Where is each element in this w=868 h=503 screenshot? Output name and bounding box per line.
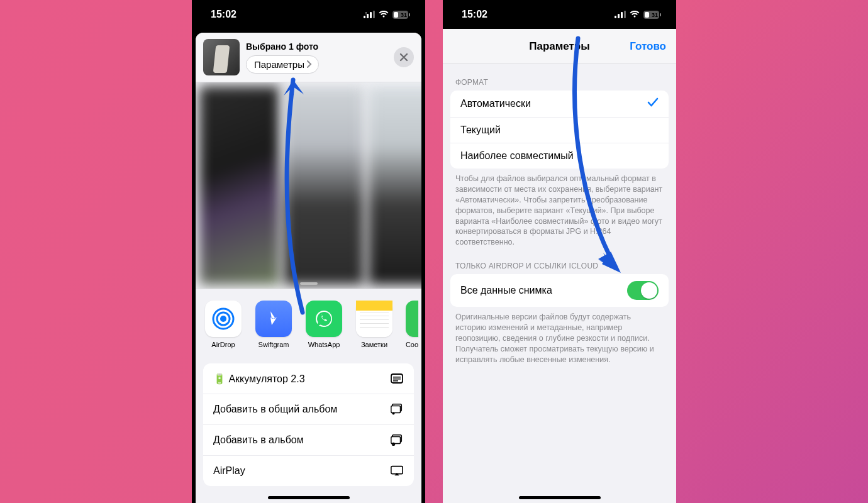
svg-rect-14 [356, 301, 392, 311]
cellular-icon: ! [364, 11, 375, 18]
svg-rect-17 [360, 319, 389, 320]
chevron-right-icon [307, 60, 312, 68]
svg-rect-6 [409, 13, 410, 16]
svg-rect-3 [373, 11, 375, 18]
format-option-current[interactable]: Текущий [450, 118, 669, 143]
selected-count-label: Выбрано 1 фото [246, 41, 387, 52]
svg-point-9 [220, 316, 226, 322]
carousel-photo[interactable] [368, 86, 421, 285]
airdrop-group: Все данные снимка [450, 274, 669, 307]
selected-photo-thumbnail[interactable] [203, 39, 240, 75]
photo-carousel[interactable] [196, 82, 421, 289]
share-app-label: WhatsApp [308, 341, 340, 348]
svg-text:31: 31 [652, 12, 658, 18]
share-sheet: Выбрано 1 фото Параметры [196, 33, 421, 503]
carousel-indicator [300, 282, 318, 285]
share-app-label: Swiftgram [259, 341, 289, 348]
share-actions-list: 🔋 Аккумулятор 2.3 Добавить в общий альбо… [203, 363, 414, 486]
airdrop-icon [205, 301, 242, 337]
svg-rect-18 [360, 323, 389, 324]
action-label: 🔋 Аккумулятор 2.3 [213, 373, 305, 385]
share-app-airdrop[interactable]: AirDrop [204, 301, 242, 348]
section-header-format: ФОРМАТ [443, 64, 676, 91]
share-app-label: Заметки [361, 341, 387, 348]
share-app-whatsapp[interactable]: WhatsApp [305, 301, 343, 348]
svg-rect-37 [645, 12, 649, 18]
svg-rect-15 [360, 312, 389, 312]
share-app-swiftgram[interactable]: Swiftgram [255, 301, 292, 348]
action-add-album[interactable]: Добавить в альбом [203, 425, 414, 456]
shortcut-icon [390, 372, 404, 385]
svg-rect-31 [615, 16, 616, 18]
format-group: Автоматически Текущий Наиболее совместим… [450, 91, 669, 169]
svg-rect-1 [367, 14, 369, 18]
section-footer-airdrop: Оригинальные версии файлов будут содержа… [443, 307, 676, 365]
svg-rect-32 [618, 14, 620, 18]
all-photo-data-label: Все данные снимка [460, 285, 552, 296]
svg-text:!: ! [365, 11, 367, 15]
status-time: 15:02 [462, 9, 487, 20]
phone-left-share-sheet: 15:02 ! 31 Выбрано 1 фото Параметры [192, 0, 425, 503]
toggle-knob [641, 282, 657, 299]
action-add-shared-album[interactable]: Добавить в общий альбом [203, 394, 414, 425]
svg-rect-36 [660, 13, 661, 16]
share-app-label: AirDrop [211, 341, 235, 348]
status-time: 15:02 [211, 9, 236, 20]
carousel-photo[interactable] [199, 86, 280, 285]
share-app-notes[interactable]: Заметки [355, 301, 393, 348]
share-apps-row[interactable]: AirDrop Swiftgram WhatsApp [196, 289, 421, 357]
status-bar: 15:02 ! 31 [192, 0, 425, 29]
section-header-airdrop: ТОЛЬКО AIRDROP И ССЫЛКИ ICLOUD [443, 248, 676, 274]
svg-rect-25 [391, 406, 401, 413]
format-option-auto[interactable]: Автоматически [450, 91, 669, 118]
status-bar: 15:02 31 [443, 0, 676, 29]
done-button[interactable]: Готово [630, 40, 666, 53]
share-header: Выбрано 1 фото Параметры [196, 33, 421, 82]
add-album-icon [390, 433, 404, 447]
action-label: AirPlay [213, 465, 245, 477]
action-label: Добавить в общий альбом [213, 404, 337, 415]
checkmark-icon [647, 97, 659, 110]
close-button[interactable] [394, 47, 414, 67]
all-photo-data-row[interactable]: Все данные снимка [450, 274, 669, 307]
close-icon [399, 53, 408, 62]
share-app-label: Соо [406, 341, 418, 348]
wifi-icon [630, 11, 640, 18]
format-option-label: Текущий [460, 124, 501, 136]
options-button-label: Параметры [254, 59, 304, 70]
battery-icon: 31 [392, 11, 410, 19]
carousel-photo[interactable] [284, 86, 364, 285]
format-option-label: Наиболее совместимый [460, 150, 574, 162]
svg-text:31: 31 [401, 12, 407, 18]
messages-icon [406, 301, 418, 337]
wifi-icon [379, 11, 389, 18]
svg-rect-34 [624, 11, 626, 18]
svg-rect-33 [621, 12, 623, 18]
nav-bar: Параметры Готово [443, 29, 676, 64]
action-label: Добавить в альбом [213, 434, 304, 446]
battery-icon: 31 [643, 11, 661, 19]
format-option-label: Автоматически [460, 98, 531, 109]
svg-rect-23 [393, 380, 398, 382]
share-app-more[interactable]: Соо [406, 301, 418, 348]
all-photo-data-toggle[interactable] [627, 281, 659, 300]
shared-album-icon [390, 402, 404, 416]
home-indicator [268, 496, 350, 499]
nav-title: Параметры [529, 40, 590, 53]
section-footer-format: Чтобы для файлов выбирался оптимальный ф… [443, 169, 676, 248]
whatsapp-icon [306, 301, 342, 337]
phone-right-parameters: 15:02 31 Параметры Готово ФОРМАТ Автомат… [443, 0, 676, 503]
options-button[interactable]: Параметры [246, 55, 319, 74]
action-airplay[interactable]: AirPlay [203, 456, 414, 486]
svg-rect-21 [393, 377, 401, 378]
svg-rect-19 [360, 327, 389, 328]
svg-rect-16 [360, 316, 389, 316]
action-battery-shortcut[interactable]: 🔋 Аккумулятор 2.3 [203, 363, 414, 394]
home-indicator [519, 496, 601, 499]
notes-icon [356, 301, 392, 337]
svg-rect-28 [391, 437, 401, 444]
swiftgram-icon [255, 301, 292, 337]
format-option-compatible[interactable]: Наиболее совместимый [450, 143, 669, 169]
svg-rect-22 [393, 379, 401, 380]
airplay-icon [390, 464, 404, 478]
